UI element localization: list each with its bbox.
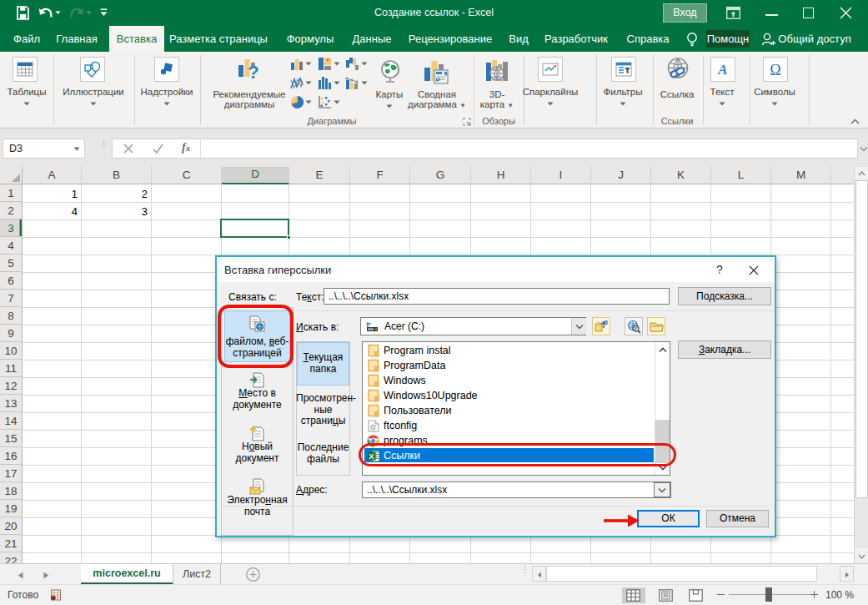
svg-text:Ω: Ω bbox=[770, 62, 780, 78]
svg-text:?: ? bbox=[248, 62, 258, 82]
svg-text:A: A bbox=[717, 62, 727, 78]
